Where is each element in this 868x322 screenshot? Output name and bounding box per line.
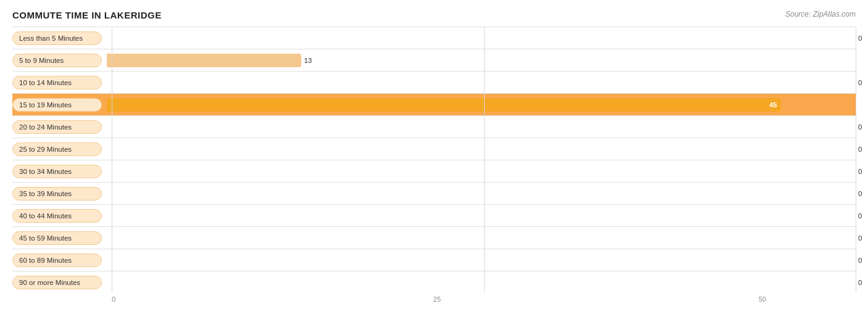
bar-value-label: 0 bbox=[858, 35, 862, 42]
bar-container: 13 bbox=[107, 54, 856, 67]
x-axis-label: 50 bbox=[759, 295, 766, 303]
bar-row: 30 to 34 Minutes0 bbox=[12, 160, 856, 182]
bar-row: 25 to 29 Minutes0 bbox=[12, 138, 856, 160]
bar-value-label: 0 bbox=[858, 257, 862, 264]
bar-row: 5 to 9 Minutes13 bbox=[12, 49, 856, 71]
bars-wrapper: Less than 5 Minutes05 to 9 Minutes1310 t… bbox=[12, 27, 856, 293]
bar-container: 0 bbox=[107, 31, 856, 45]
bar-container: 0 bbox=[107, 231, 856, 245]
x-axis-label: 0 bbox=[112, 295, 115, 303]
bar-value-label: 0 bbox=[858, 190, 862, 197]
bar-value-label: 0 bbox=[858, 146, 862, 153]
bar-row: 40 to 44 Minutes0 bbox=[12, 204, 856, 226]
bar-container: 0 bbox=[107, 276, 856, 289]
bar-row: 90 or more Minutes0 bbox=[12, 271, 856, 293]
bar-value-label: 13 bbox=[304, 57, 312, 64]
bar-label: 25 to 29 Minutes bbox=[12, 142, 102, 156]
bar-label: 60 to 89 Minutes bbox=[12, 254, 102, 267]
bar-container: 0 bbox=[107, 120, 856, 134]
bar-label: Less than 5 Minutes bbox=[12, 31, 102, 45]
bar-label: 10 to 14 Minutes bbox=[12, 76, 102, 89]
bar-value-label: 0 bbox=[858, 123, 862, 131]
bar-value-label: 0 bbox=[858, 168, 862, 175]
bar-container: 0 bbox=[107, 254, 856, 267]
bar-row: 60 to 89 Minutes0 bbox=[12, 249, 856, 271]
bar-label: 15 to 19 Minutes bbox=[12, 98, 102, 112]
bar-value-label: 0 bbox=[858, 79, 862, 86]
bar-label: 90 or more Minutes bbox=[12, 276, 102, 289]
x-axis-label: 25 bbox=[433, 295, 441, 303]
grid-line bbox=[484, 27, 485, 293]
bar-row: 15 to 19 Minutes45 bbox=[12, 93, 856, 115]
bar-container: 0 bbox=[107, 187, 856, 200]
bar-label: 30 to 34 Minutes bbox=[12, 165, 102, 178]
grid-line bbox=[856, 27, 856, 293]
bar-value-label: 0 bbox=[858, 212, 862, 220]
x-axis-row: 02550 bbox=[12, 295, 856, 303]
bar-row: 45 to 59 Minutes0 bbox=[12, 226, 856, 249]
bar-label: 45 to 59 Minutes bbox=[12, 231, 102, 245]
bar-label: 40 to 44 Minutes bbox=[12, 209, 102, 223]
bar: 13 bbox=[107, 54, 301, 67]
bar-container: 0 bbox=[107, 142, 856, 156]
bar-value-label: 0 bbox=[858, 234, 862, 242]
bar-row: 20 to 24 Minutes0 bbox=[12, 115, 856, 138]
bar-container: 0 bbox=[107, 76, 856, 89]
source-text: Source: ZipAtlas.com bbox=[785, 10, 856, 19]
bar-label: 20 to 24 Minutes bbox=[12, 120, 102, 134]
bar-value-label: 0 bbox=[858, 279, 862, 286]
chart-title: COMMUTE TIME IN LAKERIDGE bbox=[12, 10, 162, 20]
bar-container: 0 bbox=[107, 209, 856, 223]
bar-row: 35 to 39 Minutes0 bbox=[12, 182, 856, 204]
bar: 45 bbox=[107, 98, 781, 112]
bar-container: 0 bbox=[107, 165, 856, 178]
chart-area: Less than 5 Minutes05 to 9 Minutes1310 t… bbox=[12, 27, 856, 303]
grid-line bbox=[112, 27, 112, 293]
bar-label: 35 to 39 Minutes bbox=[12, 187, 102, 200]
bar-row: Less than 5 Minutes0 bbox=[12, 27, 856, 49]
bar-value-label: 45 bbox=[769, 101, 777, 109]
x-axis-labels: 02550 bbox=[112, 295, 766, 303]
bar-container: 45 bbox=[107, 98, 856, 112]
bar-row: 10 to 14 Minutes0 bbox=[12, 71, 856, 93]
bar-label: 5 to 9 Minutes bbox=[12, 54, 102, 67]
